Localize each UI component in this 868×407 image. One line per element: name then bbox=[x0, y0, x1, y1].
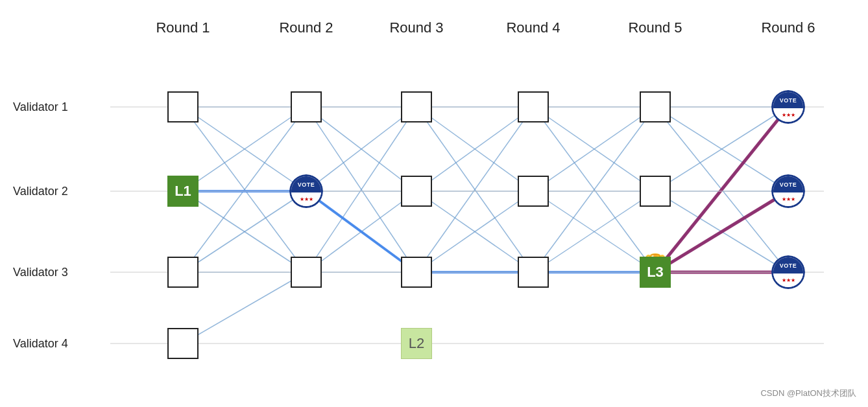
vote-text-r2-v2: VOTE bbox=[291, 176, 321, 192]
node-r4-v1 bbox=[518, 91, 549, 122]
svg-line-9 bbox=[183, 272, 306, 343]
validator-4-label: Validator 4 bbox=[13, 337, 68, 351]
l2-label: L2 bbox=[409, 335, 424, 352]
vote-badge-r2-v2: VOTE ★★★ bbox=[289, 174, 323, 208]
svg-line-38 bbox=[655, 107, 788, 191]
main-diagram: Round 1 Round 2 Round 3 Round 4 Round 5 … bbox=[0, 0, 868, 407]
svg-line-50 bbox=[655, 107, 788, 272]
svg-line-29 bbox=[533, 107, 655, 191]
round-4-label: Round 4 bbox=[506, 19, 560, 36]
svg-line-7 bbox=[183, 191, 306, 272]
svg-line-39 bbox=[655, 107, 788, 272]
vote-badge-r6-v3: VOTE ★★★ bbox=[771, 255, 805, 289]
svg-line-22 bbox=[416, 107, 533, 191]
svg-line-34 bbox=[533, 107, 655, 272]
vote-badge-r6-v2: VOTE ★★★ bbox=[771, 174, 805, 208]
vote-stars-r6-v1: ★★★ bbox=[782, 112, 795, 118]
svg-line-20 bbox=[416, 107, 533, 191]
svg-line-44 bbox=[655, 191, 788, 272]
node-l2: L2 bbox=[401, 328, 432, 359]
vote-text-r6-v2: VOTE bbox=[773, 176, 803, 192]
vote-text-r6-v1: VOTE bbox=[773, 92, 803, 108]
svg-line-42 bbox=[655, 191, 788, 272]
node-r4-v3 bbox=[518, 257, 549, 288]
svg-line-33 bbox=[533, 191, 655, 272]
l3-label: L3 bbox=[647, 264, 664, 281]
svg-line-2 bbox=[183, 107, 306, 272]
svg-line-5 bbox=[183, 191, 306, 272]
svg-line-3 bbox=[183, 107, 306, 191]
vote-stars-r6-v3: ★★★ bbox=[782, 277, 795, 283]
svg-line-31 bbox=[533, 107, 655, 191]
node-r2-v3 bbox=[291, 257, 322, 288]
round-1-label: Round 1 bbox=[156, 19, 210, 36]
node-r4-v2 bbox=[518, 176, 549, 207]
node-r5-v1 bbox=[640, 91, 671, 122]
svg-line-40 bbox=[655, 107, 788, 191]
svg-line-30 bbox=[533, 107, 655, 272]
node-r3-v3 bbox=[401, 257, 432, 288]
node-r5-v2 bbox=[640, 176, 671, 207]
node-r2-v1 bbox=[291, 91, 322, 122]
svg-line-43 bbox=[655, 107, 788, 272]
svg-line-26 bbox=[416, 191, 533, 272]
svg-line-17 bbox=[306, 191, 416, 272]
node-r3-v2 bbox=[401, 176, 432, 207]
validator-1-label: Validator 1 bbox=[13, 100, 68, 114]
round-3-label: Round 3 bbox=[389, 19, 443, 36]
vote-text-r6-v3: VOTE bbox=[773, 257, 803, 273]
svg-line-51 bbox=[655, 191, 788, 272]
svg-line-1 bbox=[183, 107, 306, 191]
node-r1-v1 bbox=[167, 91, 199, 122]
svg-line-35 bbox=[533, 191, 655, 272]
watermark: CSDN @PlatON技术团队 bbox=[760, 388, 856, 399]
vote-stars-r2-v2: ★★★ bbox=[300, 196, 313, 202]
validator-2-label: Validator 2 bbox=[13, 185, 68, 198]
node-l3: L3 bbox=[640, 257, 671, 288]
node-r1-v4 bbox=[167, 328, 199, 359]
node-l1: L1 bbox=[167, 176, 199, 207]
svg-line-6 bbox=[183, 107, 306, 272]
round-6-label: Round 6 bbox=[761, 19, 815, 36]
vote-badge-r6-v1: VOTE ★★★ bbox=[771, 90, 805, 124]
svg-line-15 bbox=[306, 191, 416, 272]
node-r1-v3 bbox=[167, 257, 199, 288]
node-r3-v1 bbox=[401, 91, 432, 122]
svg-line-21 bbox=[416, 107, 533, 272]
round-2-label: Round 2 bbox=[279, 19, 333, 36]
svg-line-11 bbox=[306, 107, 416, 191]
diagram-lines bbox=[0, 0, 868, 407]
vote-stars-r6-v2: ★★★ bbox=[782, 196, 795, 202]
svg-line-47 bbox=[306, 191, 416, 272]
validator-3-label: Validator 3 bbox=[13, 266, 68, 279]
svg-line-25 bbox=[416, 107, 533, 272]
svg-line-24 bbox=[416, 191, 533, 272]
svg-line-13 bbox=[306, 107, 416, 191]
round-5-label: Round 5 bbox=[628, 19, 682, 36]
l1-label: L1 bbox=[175, 183, 191, 200]
